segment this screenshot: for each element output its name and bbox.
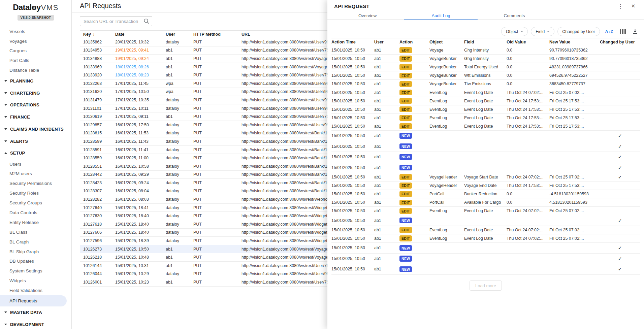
table-row[interactable]: 1012859116/01/2025, 11:41dataloyPUThttp:… — [80, 146, 327, 154]
table-row[interactable]: 1013392018/01/2025, 08:23ab1PUThttp://vi… — [80, 71, 327, 79]
cell-old-value: Thu Oct 24 17:53:... — [507, 116, 549, 120]
filter-chip-changed-by-user[interactable]: Changed by User — [557, 27, 600, 36]
sidebar-section-planning[interactable]: PLANNING — [0, 75, 71, 87]
sidebar-item-m2m-users[interactable]: M2M users — [0, 169, 71, 178]
cell-object: VoyageBunker — [429, 65, 464, 69]
table-row[interactable]: 1012861516/01/2025, 11:53dataloyPUThttp:… — [80, 129, 327, 138]
sidebar-section-operations[interactable]: OPERATIONS — [0, 99, 71, 111]
sidebar-item-entity-release[interactable]: Entity Release — [0, 218, 71, 227]
sidebar-item-bl-graph[interactable]: BL Graph — [0, 237, 71, 247]
sidebar-item-security-roles[interactable]: Security Roles — [0, 188, 71, 198]
table-row[interactable]: 1012614415/01/2025, 10:31ab1PUThttp://vi… — [80, 262, 327, 270]
api-requests-header: Key↓DateUserHTTP MethodURL — [80, 30, 327, 38]
column-header-key[interactable]: Key↓ — [83, 32, 115, 37]
columns-icon[interactable] — [620, 29, 626, 34]
sort-alpha-icon[interactable]: A↓Z — [605, 29, 613, 34]
sidebar-item-security-groups[interactable]: Security Groups — [0, 198, 71, 208]
cell-http-method: PUT — [193, 164, 242, 169]
table-row[interactable]: 1013396918/01/2025, 08:26ab1PUThttp://vi… — [80, 63, 327, 71]
load-more-button[interactable]: Load more — [470, 281, 502, 291]
table-row[interactable]: 1012763015/01/2025, 18:40dataloyPUThttp:… — [80, 212, 327, 220]
table-row[interactable]: 1012985716/01/2025, 17:50dataloyPUThttp:… — [80, 121, 327, 129]
table-row[interactable]: 1013162017/01/2025, 10:50wpaPUThttp://vi… — [80, 88, 327, 96]
sidebar-item-field-validations[interactable]: Field Validations — [0, 286, 71, 295]
table-row[interactable]: 1013488819/01/2025, 09:24ab1PUThttp://vi… — [80, 55, 327, 63]
sidebar-item-api-requests[interactable]: API Requests — [0, 295, 67, 306]
sidebar-item-cargoes[interactable]: Cargoes — [0, 46, 71, 56]
sidebar-section-master-data[interactable]: MASTER DATA — [0, 306, 71, 319]
action-badge-edit: EDIT — [399, 81, 412, 87]
cell-new-value: Fri Oct 25 17:53:... — [549, 99, 600, 103]
column-header-user[interactable]: User — [166, 32, 193, 37]
sidebar-section-alerts[interactable]: ALERTS — [0, 135, 71, 147]
cell-url: http://vision1.dataloy.com:8080/ws/rest/… — [242, 222, 327, 227]
sidebar-item-port-calls[interactable]: Port Calls — [0, 56, 71, 65]
logo-text: Dataloy — [13, 3, 41, 12]
table-row[interactable]: 1012760615/01/2025, 18:40dataloyPUThttp:… — [80, 229, 327, 237]
tab-overview[interactable]: Overview — [331, 12, 404, 19]
table-row[interactable]: 1013586220/01/2025, 10:32dataloyPUThttp:… — [80, 38, 327, 46]
sidebar-item-widgets[interactable]: Widgets — [0, 276, 71, 286]
sidebar-item-bl-class[interactable]: BL Class — [0, 227, 71, 237]
table-row[interactable]: 1013061917/01/2025, 09:11ab1PUThttp://vi… — [80, 112, 327, 121]
sidebar-section-setup[interactable]: SETUP — [0, 147, 71, 159]
table-row[interactable]: 1013110117/01/2025, 10:11dataloyPUThttp:… — [80, 104, 327, 113]
table-row[interactable]: 1012600115/01/2025, 10:23ab1PUThttp://vi… — [80, 278, 327, 287]
sidebar-item-db-updates[interactable]: DB Updates — [0, 256, 71, 266]
sidebar-section-development[interactable]: DEVELOPMENT — [0, 319, 71, 329]
cell-http-method: PUT — [193, 213, 242, 218]
table-row[interactable]: 1012855916/01/2025, 11:00dataloyPUThttp:… — [80, 154, 327, 162]
table-row[interactable]: 1012764015/01/2025, 18:41dataloyPUThttp:… — [80, 204, 327, 212]
cell-object: VoyageHeader — [429, 175, 464, 179]
sidebar-item-vessels[interactable]: Vessels — [0, 27, 71, 36]
cell-old-value: Thu Oct 24 07:02:... — [507, 90, 549, 95]
table-row[interactable]: 1013147917/01/2025, 10:35dataloyPUThttp:… — [80, 96, 327, 104]
sidebar-section-chartering[interactable]: CHARTERING — [0, 87, 71, 99]
table-row[interactable]: 1013226317/01/2025, 11:45wpaPUThttp://vi… — [80, 79, 327, 88]
search-input[interactable] — [80, 17, 141, 26]
search-icon[interactable] — [143, 18, 150, 24]
download-icon[interactable] — [632, 29, 638, 34]
table-row[interactable]: 1013495319/01/2025, 09:41ab1PUThttp://vi… — [80, 46, 327, 55]
tab-audit-log[interactable]: Audit Log — [404, 12, 478, 19]
column-header-date[interactable]: Date — [115, 32, 166, 37]
sidebar-item-data-controls[interactable]: Data Controls — [0, 208, 71, 218]
table-row[interactable]: 1012828216/01/2025, 08:03dataloyPUThttp:… — [80, 195, 327, 204]
sidebar-section-claims-and-incidents[interactable]: CLAIMS AND INCIDENTS — [0, 123, 71, 135]
action-badge-edit: EDIT — [399, 191, 412, 197]
cell-url: http://vision1.dataloy.com:8080/ws/rest/… — [242, 271, 327, 276]
table-row[interactable]: 1012844216/01/2025, 09:29dataloyPUThttp:… — [80, 171, 327, 179]
close-icon[interactable]: ✕ — [630, 3, 637, 9]
column-header-old-value: Old Value — [507, 40, 549, 44]
column-header-url[interactable]: URL — [242, 32, 327, 37]
sidebar-section-finance[interactable]: FINANCE — [0, 111, 71, 123]
sidebar-item-bl-skip-graph[interactable]: BL Skip Graph — [0, 247, 71, 257]
column-header-http-method[interactable]: HTTP Method — [193, 32, 242, 37]
table-row[interactable]: 1012830716/01/2025, 08:04dataloyPUThttp:… — [80, 187, 327, 196]
cell-user: ab1 — [374, 56, 399, 61]
sidebar-item-users[interactable]: Users — [0, 159, 71, 169]
table-row[interactable]: 1012621815/01/2025, 10:48ab1PUThttp://vi… — [80, 253, 327, 262]
audit-row: 15/01/2025, 10:50ab1EDITPortCallBunker R… — [331, 190, 640, 198]
table-row[interactable]: 1012842316/01/2025, 09:24dataloyPUThttp:… — [80, 179, 327, 187]
sidebar-item-voyages[interactable]: Voyages — [0, 36, 71, 46]
cell-field: Event Log Date — [464, 208, 507, 213]
kebab-menu-icon[interactable]: ⋮ — [617, 3, 624, 10]
tab-comments[interactable]: Comments — [478, 12, 551, 19]
table-row[interactable]: 1012627315/01/2025, 10:50ab1PUThttp://vi… — [80, 245, 327, 254]
cell-action: EDIT — [399, 115, 429, 121]
table-row[interactable]: 1012855116/01/2025, 10:58dataloyPUThttp:… — [80, 162, 327, 171]
filter-chip-field[interactable]: Field — [531, 27, 554, 36]
filter-chip-object[interactable]: Object — [501, 27, 528, 36]
cell-http-method: PUT — [193, 205, 242, 210]
sidebar-item-system-settings[interactable]: System Settings — [0, 266, 71, 276]
cell-action-time: 15/01/2025, 10:50 — [331, 218, 374, 223]
table-row[interactable]: 1012761815/01/2025, 18:40dataloyPUThttp:… — [80, 220, 327, 229]
audit-row: 15/01/2025, 10:50ab1NEW✓ — [331, 243, 640, 254]
table-row[interactable]: 1012604415/01/2025, 10:29dataloyPUThttp:… — [80, 270, 327, 278]
table-row[interactable]: 1012859916/01/2025, 11:43dataloyPUThttp:… — [80, 137, 327, 146]
sidebar-item-security-permissions[interactable]: Security Permissions — [0, 178, 71, 188]
table-row[interactable]: 1012759615/01/2025, 18:39dataloyPUThttp:… — [80, 237, 327, 245]
sidebar-item-distance-table[interactable]: Distance Table — [0, 65, 71, 75]
cell-date: 15/01/2025, 10:48 — [115, 255, 166, 260]
